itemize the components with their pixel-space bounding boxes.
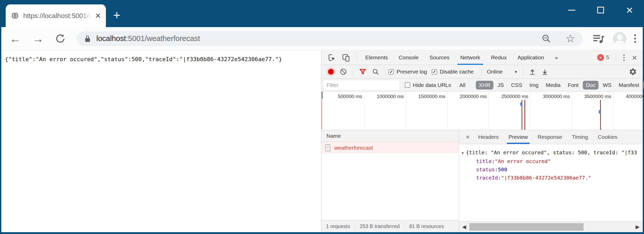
network-overview-timeline[interactable]: 500000 ms 1000000 ms 1500000 ms 2000000 … — [321, 92, 643, 130]
document-icon — [325, 144, 331, 151]
minimize-button[interactable] — [557, 0, 586, 20]
export-har-icon[interactable] — [541, 68, 548, 76]
content-area: {"title":"An error occured","status":500… — [1, 50, 643, 232]
network-settings-gear-icon[interactable] — [629, 68, 637, 76]
tab-close-icon[interactable]: × — [95, 11, 101, 20]
tab-network[interactable]: Network — [455, 50, 486, 65]
chevron-down-icon: ▼ — [514, 70, 518, 74]
json-response-text: {"title":"An error occured","status":500… — [5, 56, 282, 62]
filter-type-js[interactable]: JS — [494, 81, 507, 90]
json-root-node[interactable]: ▼ {title: "An error occured", status: 50… — [462, 148, 643, 157]
devtools-tab-bar: Elements Console Sources Network Redux A… — [321, 50, 643, 65]
network-lower-split: Name weatherforecast 1 requests 253 B tr… — [321, 130, 643, 232]
browser-toolbar: ← → localhost:5001/weatherforecast ☆ — [1, 27, 643, 50]
devtools-menu-icon[interactable] — [623, 54, 625, 61]
inspect-element-icon[interactable] — [328, 53, 336, 62]
close-button[interactable]: × — [615, 0, 644, 20]
browser-tab[interactable]: https://localhost:5001/weatherfo × — [6, 4, 106, 27]
filter-type-media[interactable]: Media — [543, 81, 564, 90]
timeline-tick: 3000000 ms — [543, 94, 570, 99]
window-body: ← → localhost:5001/weatherforecast ☆ — [0, 27, 644, 234]
tab-cookies[interactable]: Cookies — [593, 130, 622, 144]
record-button[interactable] — [328, 69, 334, 75]
timeline-tick: 1000000 ms — [377, 94, 404, 99]
requests-column-header[interactable]: Name — [321, 130, 459, 142]
timeline-edge-line — [321, 99, 322, 129]
clear-icon[interactable] — [339, 68, 347, 76]
preserve-log-checkbox[interactable] — [389, 69, 394, 75]
throttling-select[interactable]: Online ▼ — [487, 69, 518, 75]
devtools-close-icon[interactable]: × — [632, 53, 637, 62]
json-summary: {title: "An error occured", status: 500,… — [466, 148, 637, 157]
request-row[interactable]: weatherforecast — [321, 142, 459, 154]
url-text[interactable]: localhost:5001/weatherforecast — [96, 34, 529, 43]
preserve-log-label: Preserve log — [397, 69, 427, 75]
resources-size: 81 B resources — [405, 223, 449, 229]
back-button[interactable]: ← — [10, 33, 21, 44]
timeline-tick: 4000000 ms — [626, 94, 643, 99]
filter-type-font[interactable]: Font — [565, 81, 582, 90]
error-count[interactable]: 5 — [606, 54, 609, 61]
network-toolbar: Preserve log Disable cache Online ▼ — [321, 65, 643, 79]
preview-json-tree: ▼ {title: "An error occured", status: 50… — [459, 144, 643, 221]
disable-cache-checkbox[interactable] — [432, 69, 437, 75]
close-detail-icon[interactable]: × — [462, 133, 473, 141]
disable-cache-label: Disable cache — [440, 69, 474, 75]
error-badge-icon[interactable]: × — [597, 54, 604, 61]
import-har-icon[interactable] — [529, 68, 536, 76]
tab-elements[interactable]: Elements — [360, 50, 393, 65]
timeline-tick: 1500000 ms — [418, 94, 445, 99]
forward-button[interactable]: → — [32, 33, 44, 44]
tab-redux[interactable]: Redux — [486, 50, 512, 65]
tab-headers[interactable]: Headers — [473, 130, 503, 144]
playlist-extension-icon[interactable] — [593, 34, 605, 44]
json-property[interactable]: status: 500 — [462, 165, 643, 174]
filter-type-xhr[interactable]: XHR — [476, 81, 493, 90]
scroll-right-icon[interactable]: ▶ — [636, 221, 640, 232]
lock-icon — [84, 35, 91, 43]
json-property[interactable]: traceId: "|f33b0b86-43272e542306ae77." — [462, 174, 643, 182]
network-status-bar: 1 requests 253 B transferred 81 B resour… — [321, 220, 459, 232]
tab-sources[interactable]: Sources — [424, 50, 455, 65]
filter-type-img[interactable]: Img — [526, 81, 542, 90]
filter-type-doc[interactable]: Doc — [583, 81, 599, 90]
timeline-scroll-marker — [321, 92, 323, 99]
filter-type-all[interactable]: All — [456, 81, 468, 90]
tab-preview[interactable]: Preview — [504, 130, 533, 144]
scrollbar-thumb[interactable] — [469, 223, 584, 231]
search-icon[interactable] — [372, 68, 379, 76]
browser-menu-icon[interactable] — [634, 34, 636, 43]
profile-avatar[interactable] — [613, 32, 626, 45]
tab-response[interactable]: Response — [533, 130, 567, 144]
tab-title: https://localhost:5001/weatherfo — [23, 12, 91, 20]
tab-application[interactable]: Application — [512, 50, 549, 65]
address-bar[interactable]: localhost:5001/weatherforecast ☆ — [77, 31, 583, 46]
horizontal-scrollbar[interactable]: ◀ ▶ — [459, 221, 643, 232]
waterfall-blue-tick — [520, 102, 522, 106]
more-tabs-chevron[interactable]: » — [549, 50, 563, 65]
new-tab-button[interactable]: + — [113, 9, 120, 21]
reload-button[interactable] — [55, 33, 66, 44]
tab-console[interactable]: Console — [393, 50, 424, 65]
device-toolbar-icon[interactable] — [342, 53, 351, 62]
filter-type-manifest[interactable]: Manifest — [616, 81, 642, 90]
json-property[interactable]: title: "An error occured" — [462, 157, 643, 165]
devtools-panel: Elements Console Sources Network Redux A… — [321, 50, 643, 232]
timeline-tick: 2500000 ms — [501, 94, 528, 99]
scroll-left-icon[interactable]: ◀ — [462, 221, 466, 232]
browser-window: https://localhost:5001/weatherfo × + × ←… — [0, 0, 644, 234]
filter-type-css[interactable]: CSS — [508, 81, 525, 90]
waterfall-blue-tick — [599, 110, 600, 114]
waterfall-event-line — [600, 100, 601, 130]
detail-tab-bar: × Headers Preview Response Timing Cookie… — [459, 130, 643, 144]
zoom-out-icon[interactable] — [541, 34, 552, 44]
page-content: {"title":"An error occured","status":500… — [1, 50, 321, 232]
maximize-button[interactable] — [586, 0, 615, 20]
filter-type-ws[interactable]: WS — [600, 81, 615, 90]
tab-timing[interactable]: Timing — [567, 130, 593, 144]
filter-funnel-icon[interactable] — [359, 68, 367, 76]
filter-input[interactable] — [324, 80, 399, 90]
hide-data-urls-checkbox[interactable] — [405, 82, 410, 88]
bookmark-star-icon[interactable]: ☆ — [565, 33, 575, 44]
expander-triangle-icon[interactable]: ▼ — [462, 149, 464, 157]
